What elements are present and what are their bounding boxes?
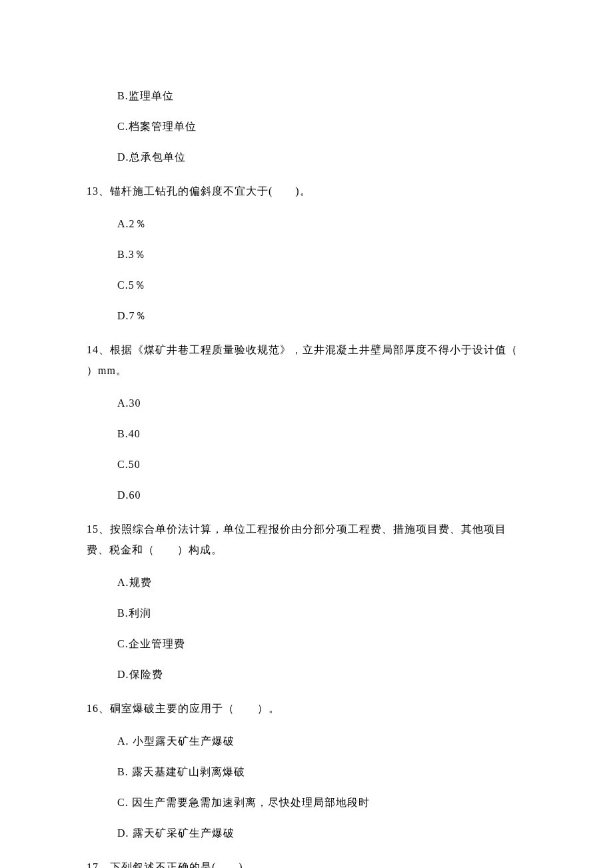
- document-page: B.监理单位 C.档案管理单位 D.总承包单位 13、锚杆施工钻孔的偏斜度不宜大…: [0, 0, 613, 868]
- q16-option-c: C. 因生产需要急需加速剥离，尽快处理局部地段时: [117, 795, 526, 811]
- q14-option-d: D.60: [117, 487, 526, 503]
- q12-option-c: C.档案管理单位: [117, 119, 526, 135]
- q15-option-d: D.保险费: [117, 667, 526, 683]
- q14-option-c: C.50: [117, 457, 526, 473]
- q15-option-a: A.规费: [117, 575, 526, 591]
- q15-option-b: B.利润: [117, 605, 526, 621]
- q16-option-a: A. 小型露天矿生产爆破: [117, 733, 526, 749]
- q16-option-b: B. 露天基建矿山剥离爆破: [117, 764, 526, 780]
- q13-option-d: D.7％: [117, 308, 526, 324]
- q14-option-a: A.30: [117, 395, 526, 411]
- q14-stem: 14、根据《煤矿井巷工程质量验收规范》，立井混凝土井壁局部厚度不得小于设计值（ …: [87, 340, 526, 381]
- q13-option-b: B.3％: [117, 247, 526, 263]
- q17-stem: 17、下列叙述不正确的是( )。: [87, 857, 526, 868]
- q16-option-d: D. 露天矿采矿生产爆破: [117, 825, 526, 841]
- q12-option-d: D.总承包单位: [117, 149, 526, 165]
- q12-option-b: B.监理单位: [117, 88, 526, 104]
- q15-stem: 15、按照综合单价法计算，单位工程报价由分部分项工程费、措施项目费、其他项目费、…: [87, 519, 526, 560]
- q16-stem: 16、硐室爆破主要的应用于（ ）。: [87, 699, 526, 719]
- q13-stem: 13、锚杆施工钻孔的偏斜度不宜大于( )。: [87, 181, 526, 201]
- q15-option-c: C.企业管理费: [117, 636, 526, 652]
- q13-option-a: A.2％: [117, 216, 526, 232]
- q14-option-b: B.40: [117, 426, 526, 442]
- q13-option-c: C.5％: [117, 277, 526, 293]
